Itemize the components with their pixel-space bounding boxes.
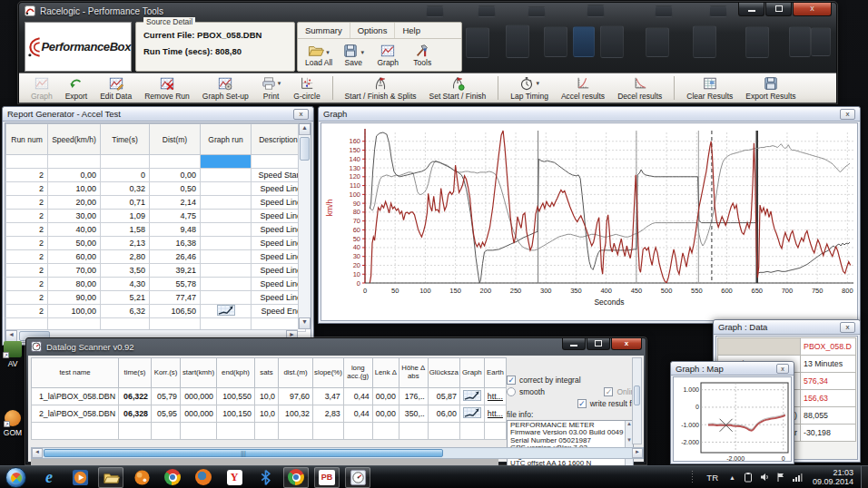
table-cell[interactable]: 2 — [6, 250, 48, 264]
save-button[interactable]: ▾Save — [336, 43, 370, 68]
column-header[interactable]: dist.(m) — [279, 358, 313, 388]
close-icon[interactable]: x — [776, 364, 789, 374]
table-cell[interactable] — [255, 423, 279, 440]
dropdown-arrow-icon[interactable]: ▾ — [360, 49, 364, 56]
scroll-down-icon[interactable]: ▼ — [299, 317, 311, 329]
table-cell[interactable]: 06,00 — [428, 405, 459, 423]
column-header[interactable]: long acc.(g) — [343, 358, 372, 388]
table-cell[interactable] — [201, 210, 252, 223]
table-cell[interactable]: 2 — [6, 210, 48, 223]
table-cell[interactable]: 0,44 — [343, 388, 372, 405]
table-cell[interactable]: 2 — [6, 278, 48, 291]
table-cell[interactable]: 1,58 — [101, 223, 150, 237]
dropdown-arrow-icon[interactable]: ▾ — [536, 80, 539, 87]
table-cell[interactable]: 3,47 — [313, 388, 344, 405]
earth-link[interactable]: htt... — [484, 388, 506, 405]
table-cell[interactable]: 06,328 — [119, 405, 152, 423]
table-cell[interactable] — [201, 196, 252, 210]
table-cell[interactable]: 0 — [101, 169, 150, 182]
graph-data-titlebar[interactable]: Graph : Data x — [714, 320, 860, 335]
table-cell[interactable] — [399, 423, 428, 440]
table-cell[interactable]: 90,00 — [48, 291, 101, 305]
table-cell[interactable]: 2,80 — [101, 250, 150, 264]
table-cell[interactable]: 2,83 — [313, 405, 344, 423]
taskbar-pbox-icon[interactable]: PB — [314, 467, 340, 488]
desktop-icon-gom[interactable]: ↗ GOM — [0, 410, 31, 437]
checkbox-checked-icon[interactable]: ✓ — [577, 399, 587, 408]
print-button[interactable]: ▾Print — [261, 76, 281, 101]
table-cell[interactable]: 05,87 — [428, 388, 459, 405]
start-button[interactable] — [5, 467, 26, 488]
table-cell[interactable]: 40,00 — [48, 223, 101, 237]
table-cell[interactable] — [201, 264, 252, 278]
table-cell[interactable] — [181, 423, 217, 440]
volume-icon[interactable] — [759, 472, 770, 483]
speed-chart[interactable]: 0501001502002503003504004505005506006507… — [323, 127, 859, 316]
table-cell[interactable] — [201, 237, 252, 250]
table-cell[interactable]: 80,00 — [48, 278, 101, 291]
table-cell[interactable] — [201, 250, 252, 264]
table-cell[interactable] — [217, 423, 255, 440]
table-cell[interactable]: 97,60 — [279, 388, 313, 405]
table-cell[interactable]: 77,47 — [150, 291, 201, 305]
table-cell[interactable]: 50,00 — [48, 237, 101, 250]
column-header[interactable]: Run num — [6, 124, 48, 155]
table-cell[interactable] — [6, 155, 48, 169]
table-cell[interactable] — [201, 223, 252, 237]
map-plot-area[interactable]: 1.0000-1.000-2.000-2.0000 — [673, 376, 792, 462]
table-cell[interactable] — [32, 423, 119, 440]
close-icon[interactable]: x — [293, 109, 309, 120]
table-cell[interactable]: 20,00 — [48, 196, 101, 210]
table-cell[interactable]: 55,78 — [150, 278, 201, 291]
g-circle-button[interactable]: G-circle — [293, 76, 320, 101]
table-cell[interactable]: 5,21 — [101, 291, 150, 305]
table-cell[interactable]: 10,0 — [255, 405, 279, 423]
column-header[interactable]: slope(%) — [313, 358, 344, 388]
table-cell[interactable] — [343, 423, 372, 440]
graph-preview-icon[interactable] — [459, 388, 484, 405]
dropdown-arrow-icon[interactable]: ▾ — [326, 49, 330, 56]
table-cell[interactable]: 100,150 — [217, 405, 255, 423]
close-icon[interactable]: x — [840, 322, 855, 333]
minimize-button[interactable] — [562, 338, 586, 350]
action-center-icon[interactable] — [743, 472, 754, 483]
table-cell[interactable]: 2_la\PBOX_058.DBN — [32, 405, 119, 423]
close-icon[interactable]: x — [840, 109, 855, 120]
tools-button[interactable]: Tools — [405, 43, 439, 68]
scroll-up-icon[interactable]: ▲ — [299, 123, 311, 135]
graph-plot-area[interactable]: 0501001502002503003504004505005506006507… — [321, 122, 858, 321]
earth-link[interactable]: htt... — [484, 405, 506, 423]
set-start-finish-button[interactable]: Set Start / Finish — [429, 76, 487, 101]
table-cell[interactable]: 350,.. — [399, 405, 428, 423]
column-header[interactable]: Korr.(s) — [152, 358, 181, 388]
table-cell[interactable]: 100,32 — [279, 405, 313, 423]
table-cell[interactable]: 0,71 — [101, 196, 150, 210]
scroll-left-icon[interactable]: ◄ — [32, 448, 43, 458]
radio-icon[interactable] — [507, 387, 516, 396]
panel-vertical-scrollbar[interactable] — [632, 357, 642, 444]
vertical-scrollbar[interactable]: ▲ ▼ — [298, 123, 311, 329]
table-cell[interactable]: 10,00 — [48, 182, 101, 196]
table-cell[interactable]: 2 — [6, 196, 48, 210]
table-cell[interactable] — [201, 278, 252, 291]
graph-titlebar[interactable]: Graph x — [319, 107, 860, 122]
table-cell[interactable]: 05,79 — [152, 388, 181, 405]
taskbar-datalog-icon[interactable] — [345, 467, 370, 488]
table-cell[interactable]: 2 — [6, 237, 48, 250]
table-cell[interactable]: 2 — [6, 291, 48, 305]
maximize-button[interactable] — [765, 3, 792, 16]
table-cell[interactable]: 16,38 — [150, 237, 201, 250]
column-header[interactable]: Graph run — [201, 124, 252, 155]
taskbar-gom-icon[interactable] — [129, 467, 154, 488]
table-cell[interactable]: 26,46 — [150, 250, 201, 264]
graph-map-titlebar[interactable]: Graph : Map x — [671, 362, 794, 376]
taskbar-explorer-icon[interactable] — [98, 467, 123, 488]
network-flag-icon[interactable] — [775, 472, 786, 483]
column-header[interactable]: Dist(m) — [150, 124, 201, 155]
table-cell[interactable] — [484, 423, 506, 440]
export-button[interactable]: Export — [65, 76, 88, 101]
report-titlebar[interactable]: Report Generator - Accel Test x — [3, 107, 313, 122]
table-cell[interactable]: 2 — [6, 264, 48, 278]
column-header[interactable]: test name — [32, 358, 119, 388]
edit-data-button[interactable]: Edit Data — [100, 76, 132, 101]
